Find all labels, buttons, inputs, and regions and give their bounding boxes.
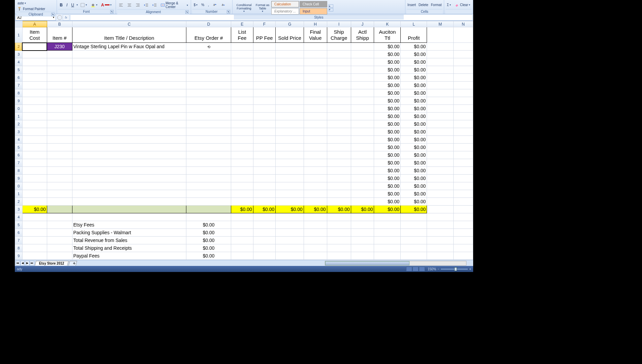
cell[interactable]	[304, 213, 327, 221]
cell[interactable]	[327, 66, 351, 74]
cell[interactable]	[47, 175, 72, 182]
cell[interactable]	[47, 190, 72, 198]
zoom-slider[interactable]	[441, 269, 468, 270]
cell[interactable]	[253, 113, 275, 120]
cell[interactable]: $0.00	[351, 206, 374, 213]
cell[interactable]	[22, 190, 47, 198]
style-explanatory[interactable]: Explanatory ...	[271, 8, 299, 14]
paste-button[interactable]: aste ▾	[16, 1, 27, 6]
cell[interactable]	[186, 213, 231, 221]
cell[interactable]	[427, 43, 454, 51]
cell[interactable]	[231, 159, 253, 167]
cell[interactable]: $0.00	[186, 221, 231, 229]
cell[interactable]	[231, 82, 253, 89]
delete-button[interactable]: Delete	[419, 3, 428, 7]
cell[interactable]: $0.00	[401, 82, 427, 89]
cell[interactable]: $0.00	[374, 175, 401, 182]
cell[interactable]: $0.00	[231, 206, 253, 213]
zoom-in-button[interactable]: +	[469, 267, 471, 271]
cell[interactable]	[253, 237, 275, 244]
cell[interactable]	[253, 175, 275, 182]
cell[interactable]	[47, 252, 72, 260]
cell[interactable]: $0.00	[253, 206, 275, 213]
cell[interactable]	[72, 175, 186, 182]
cell[interactable]: $0.00	[374, 66, 401, 74]
cell[interactable]	[47, 244, 72, 252]
row-header-13[interactable]: 3	[15, 128, 23, 136]
cell[interactable]	[351, 229, 374, 237]
cell[interactable]	[304, 182, 327, 190]
cell[interactable]	[427, 244, 454, 252]
cell[interactable]	[276, 113, 304, 120]
cell[interactable]: Paypal Fees	[72, 252, 186, 260]
row-header-26[interactable]: 6	[15, 229, 23, 237]
cell[interactable]: $0.00	[186, 252, 231, 260]
cell[interactable]	[231, 190, 253, 198]
cell[interactable]: Total Shipping and Receipts	[72, 244, 186, 252]
cell[interactable]	[253, 89, 275, 97]
cell[interactable]	[427, 221, 454, 229]
align-left-button[interactable]	[117, 2, 125, 8]
cell[interactable]: $0.00	[304, 206, 327, 213]
cell[interactable]: $0.00	[374, 43, 401, 51]
indent-dec-button[interactable]	[143, 2, 150, 8]
cell[interactable]	[304, 167, 327, 175]
cell[interactable]	[276, 82, 304, 89]
cell[interactable]: $0.00	[401, 190, 427, 198]
header-cell[interactable]: ShipCharge	[327, 27, 351, 43]
cell[interactable]	[231, 175, 253, 182]
cell[interactable]: $0.00	[374, 128, 401, 136]
cell[interactable]	[276, 120, 304, 128]
column-header-I[interactable]: I	[327, 21, 351, 27]
cell[interactable]	[304, 244, 327, 252]
cell[interactable]	[427, 167, 454, 175]
cell[interactable]	[304, 97, 327, 105]
row-header-16[interactable]: 6	[15, 151, 23, 159]
cell[interactable]	[454, 51, 473, 58]
row-header-1[interactable]: 1	[15, 27, 23, 43]
cell[interactable]	[231, 51, 253, 58]
cell[interactable]	[351, 144, 374, 151]
row-header-20[interactable]: 0	[15, 182, 23, 190]
spreadsheet-grid[interactable]: ABCDEFGHIJKLMN1ItemCostItem #Item Title …	[15, 21, 473, 260]
cell[interactable]	[47, 89, 72, 97]
cell[interactable]	[351, 74, 374, 82]
decrease-decimal-button[interactable]: .0	[220, 2, 227, 8]
cell[interactable]	[22, 97, 47, 105]
cell[interactable]	[304, 89, 327, 97]
cell[interactable]	[72, 136, 186, 144]
cell[interactable]	[22, 198, 47, 206]
cell[interactable]	[454, 221, 473, 229]
percent-button[interactable]: %	[200, 2, 206, 7]
cell[interactable]	[351, 58, 374, 66]
merge-center-button[interactable]: Merge & Center ▾	[159, 1, 189, 9]
cell[interactable]	[253, 182, 275, 190]
cell[interactable]: $0.00	[401, 113, 427, 120]
cell[interactable]	[351, 252, 374, 260]
cell[interactable]	[253, 221, 275, 229]
cell[interactable]	[186, 97, 231, 105]
cancel-formula-icon[interactable]	[57, 15, 62, 20]
cell[interactable]	[454, 151, 473, 159]
cell[interactable]	[22, 159, 47, 167]
tab-nav-prev[interactable]: ◀	[20, 261, 25, 266]
cell[interactable]	[186, 82, 231, 89]
column-header-B[interactable]: B	[47, 21, 72, 27]
cell[interactable]	[276, 151, 304, 159]
cell[interactable]: Packing Supplies - Walmart	[72, 229, 186, 237]
cell[interactable]	[276, 43, 304, 51]
cell[interactable]	[427, 198, 454, 206]
format-as-table-button[interactable]: Format as Table▾	[255, 2, 270, 13]
row-header-3[interactable]: 3	[15, 51, 23, 58]
cell[interactable]: $0.00	[374, 151, 401, 159]
row-header-5[interactable]: 5	[15, 66, 23, 74]
cell[interactable]	[401, 237, 427, 244]
cell[interactable]	[22, 51, 47, 58]
cell[interactable]	[427, 159, 454, 167]
cell[interactable]	[327, 43, 351, 51]
cell[interactable]	[231, 198, 253, 206]
row-header-7[interactable]: 7	[15, 82, 23, 89]
cell[interactable]	[186, 175, 231, 182]
cell[interactable]: J230	[47, 43, 72, 51]
cell[interactable]	[304, 66, 327, 74]
